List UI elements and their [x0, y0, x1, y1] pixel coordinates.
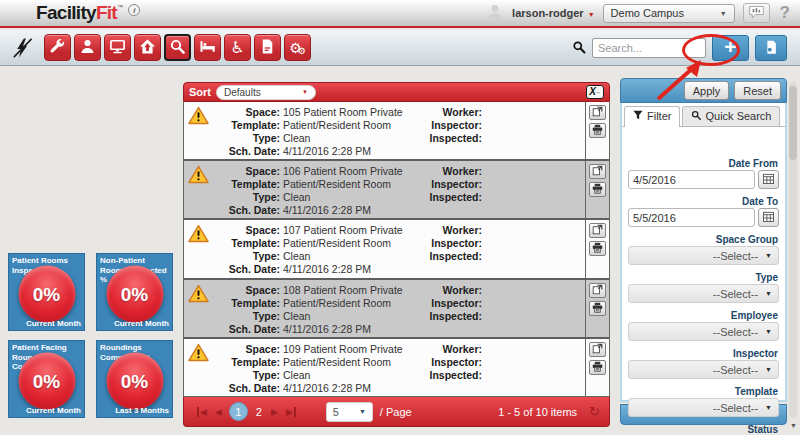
page-size-value: 5 [333, 406, 339, 418]
speech-bubble-icon [748, 5, 765, 21]
inspector-select[interactable]: --Select-- ▼ [628, 360, 779, 379]
open-inspection-button[interactable] [589, 283, 606, 298]
page-size-caret-icon: ▼ [359, 408, 366, 415]
apply-button[interactable]: Apply [684, 81, 730, 100]
gauge-patient-facing-roundings[interactable]: Patient Facing Roundings Completed 0% Cu… [8, 340, 85, 418]
space-group-label: Space Group [628, 234, 779, 245]
open-inspection-button[interactable] [589, 342, 606, 357]
gauge-period: Current Month [26, 406, 81, 415]
help-button[interactable]: ? [780, 3, 790, 23]
print-button[interactable] [589, 301, 606, 316]
open-inspection-button[interactable] [589, 223, 606, 238]
sch-date-value: 4/11/2016 2:28 PM [283, 204, 422, 217]
username-label: larson-rodger [512, 7, 584, 19]
type-select[interactable]: --Select-- ▼ [628, 284, 779, 303]
gauge-non-patient-rooms-inspected[interactable]: Non-Patient Rooms Inspected % 0% Current… [96, 253, 173, 331]
tab-quick-search[interactable]: Quick Search [682, 106, 780, 126]
printer-icon [592, 183, 603, 196]
table-row[interactable]: Space:105 Patient Room Private Template:… [184, 102, 609, 161]
logo-facility: Facility [36, 2, 96, 24]
app-header: FacilityFit™ i larson-rodger ▼ Demo Camp… [0, 0, 800, 28]
campus-select[interactable]: Demo Campus ▼ [603, 4, 735, 23]
field-label: Worker: [422, 224, 482, 237]
print-button[interactable] [589, 241, 606, 256]
page-2-button[interactable]: 2 [256, 406, 262, 418]
field-label: Type: [214, 250, 280, 263]
field-label: Inspector: [422, 237, 482, 250]
toolbar-search-button[interactable] [164, 34, 191, 61]
space-value: 107 Patient Room Private [283, 224, 422, 237]
print-button[interactable] [589, 123, 606, 138]
prev-page-button[interactable]: ◀ [215, 407, 222, 417]
gauge-roundings-completed[interactable]: Roundings Completed % 0% Last 3 Months [96, 340, 173, 418]
page-size-select[interactable]: 5 ▼ [326, 402, 373, 422]
refresh-icon[interactable]: ↻ [589, 405, 600, 418]
field-label: Inspector: [422, 119, 482, 132]
sort-select[interactable]: Defaults ▼ [216, 85, 316, 100]
toolbar-monitor-button[interactable] [104, 34, 131, 61]
table-row[interactable]: Space:109 Patient Room Private Template:… [184, 339, 609, 396]
type-value: Clean [283, 132, 422, 145]
first-page-button[interactable]: ◀ [197, 407, 207, 417]
next-page-button[interactable]: ▶ [271, 407, 278, 417]
gauge-period: Current Month [26, 319, 81, 328]
gauge-period: Current Month [114, 319, 169, 328]
table-row[interactable]: Space:108 Patient Room Private Template:… [184, 280, 609, 339]
print-button[interactable] [589, 182, 606, 197]
close-export-button[interactable]: X→ [586, 85, 604, 99]
employee-select[interactable]: --Select-- ▼ [628, 322, 779, 341]
toolbar-settings-button[interactable]: ⚙⚙ [284, 34, 311, 61]
space-value: 105 Patient Room Private [283, 106, 422, 119]
print-button[interactable] [589, 360, 606, 375]
template-value: --Select-- [713, 402, 758, 414]
flash-disabled-icon[interactable] [9, 36, 35, 60]
gauge-value: 0% [106, 266, 163, 323]
gauge-value: 0% [18, 353, 75, 410]
toolbar-wheelchair-button[interactable]: ♿ [224, 34, 251, 61]
home-icon [139, 38, 156, 57]
app-logo: FacilityFit™ [36, 2, 122, 24]
gear-small-icon: ⚙ [298, 47, 306, 56]
date-to-input[interactable] [628, 208, 755, 227]
feedback-button[interactable] [743, 3, 770, 23]
date-to-calendar-button[interactable] [758, 208, 779, 227]
field-label: Sch. Date: [214, 145, 280, 158]
employee-label: Employee [628, 310, 779, 321]
date-from-calendar-button[interactable] [758, 170, 779, 189]
field-label: Template: [214, 237, 280, 250]
info-icon[interactable]: i [128, 4, 140, 16]
list-rows: Space:105 Patient Room Private Template:… [183, 102, 610, 397]
scroll-down-arrow-icon[interactable]: ▼ [790, 422, 797, 429]
calendar-icon [763, 211, 774, 224]
toolbar-home-button[interactable] [134, 34, 161, 61]
space-group-select[interactable]: --Select-- ▼ [628, 246, 779, 265]
type-value: Clean [283, 310, 422, 323]
field-label: Sch. Date: [214, 263, 280, 276]
search-icon [572, 40, 586, 56]
toolbar-person-button[interactable] [74, 34, 101, 61]
open-inspection-button[interactable] [589, 164, 606, 179]
toolbar-wrench-button[interactable] [44, 34, 71, 61]
open-inspection-button[interactable] [589, 105, 606, 120]
template-select[interactable]: --Select-- ▼ [628, 398, 779, 417]
reset-button[interactable]: Reset [734, 81, 781, 100]
page-1-button[interactable]: 1 [229, 402, 248, 421]
user-menu[interactable]: larson-rodger ▼ [512, 7, 595, 19]
chevron-down-icon: ▼ [765, 366, 772, 373]
toolbar-bed-button[interactable] [194, 34, 221, 61]
toolbar-document-button[interactable] [254, 34, 281, 61]
field-label: Space: [214, 343, 280, 356]
search-input[interactable] [592, 38, 706, 58]
table-row[interactable]: Space:107 Patient Room Private Template:… [184, 220, 609, 279]
date-from-input[interactable] [628, 170, 755, 189]
tab-filter[interactable]: Filter [624, 106, 680, 127]
field-label: Inspector: [422, 297, 482, 310]
gauge-patient-rooms-inspected[interactable]: Patient Rooms Inspected % 0% Current Mon… [8, 253, 85, 331]
add-button[interactable]: + [712, 35, 749, 61]
table-row[interactable]: Space:106 Patient Room Private Template:… [184, 161, 609, 220]
report-button[interactable] [755, 35, 787, 61]
template-value: Patient/Resident Room [283, 237, 422, 250]
campus-select-value: Demo Campus [611, 7, 684, 19]
last-page-button[interactable]: ▶ [286, 407, 296, 417]
scrollbar-thumb[interactable] [789, 86, 797, 160]
